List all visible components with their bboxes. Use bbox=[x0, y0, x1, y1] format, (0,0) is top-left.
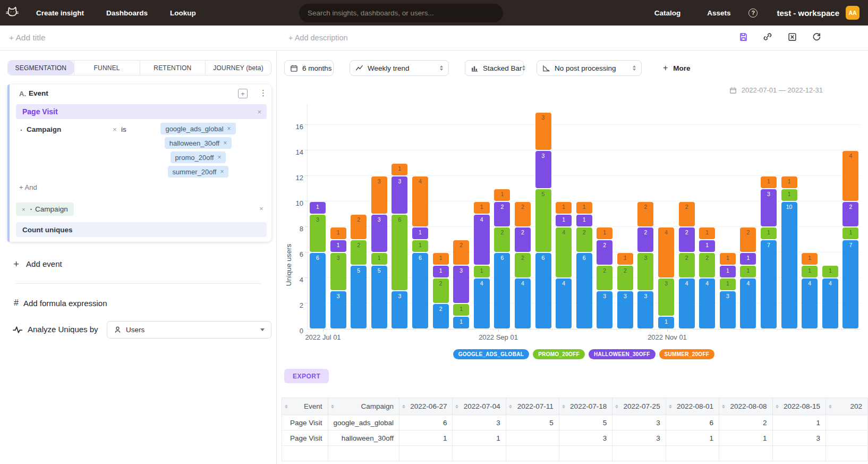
bar-segment[interactable]: 5 bbox=[535, 189, 551, 252]
bar-segment[interactable]: 2 bbox=[433, 304, 449, 328]
bar-segment[interactable]: 3 bbox=[330, 253, 346, 290]
bar-segment[interactable]: 3 bbox=[658, 279, 674, 316]
remove-breakdown-icon[interactable]: × bbox=[22, 206, 25, 213]
remove-filter-icon[interactable]: × bbox=[113, 125, 117, 133]
bar-segment[interactable]: 1 bbox=[617, 253, 633, 265]
bar-segment[interactable]: 4 bbox=[843, 151, 858, 201]
bar-segment[interactable]: 2 bbox=[637, 227, 653, 252]
bar-segment[interactable]: 1 bbox=[453, 304, 469, 316]
bar-segment[interactable]: 1 bbox=[330, 227, 346, 239]
bar-segment[interactable]: 4 bbox=[515, 279, 531, 328]
bar-segment[interactable]: 1 bbox=[761, 227, 777, 239]
bar-segment[interactable]: 1 bbox=[699, 227, 715, 239]
bar-segment[interactable]: 1 bbox=[330, 240, 346, 252]
bar-segment[interactable]: 1 bbox=[720, 266, 736, 277]
avatar[interactable]: AA bbox=[846, 6, 860, 20]
breakdown-chip[interactable]: × · Campaign bbox=[16, 203, 74, 216]
legend-pill-halloween-30off[interactable]: HALLOWEEN_30OFF bbox=[589, 349, 656, 359]
bar-segment[interactable]: 1 bbox=[371, 253, 387, 265]
bar-segment[interactable]: 2 bbox=[843, 202, 858, 226]
bar-segment[interactable]: 1 bbox=[699, 240, 715, 252]
workspace-name[interactable]: test - workspace bbox=[777, 9, 839, 18]
legend-pill-summer-20off[interactable]: SUMMER_20OFF bbox=[659, 349, 715, 359]
export-button[interactable]: EXPORT bbox=[284, 369, 329, 383]
column-header-2022-08-08[interactable]: 2022-08-08 bbox=[719, 398, 772, 415]
bar-segment[interactable]: 2 bbox=[699, 253, 715, 277]
column-header-2022-07-25[interactable]: 2022-07-25 bbox=[612, 398, 666, 415]
bar-segment[interactable]: 4 bbox=[556, 227, 572, 277]
clear-breakdown-icon[interactable]: × bbox=[259, 205, 263, 213]
add-event-button[interactable]: + Add event bbox=[13, 259, 62, 269]
bar-segment[interactable]: 3 bbox=[761, 189, 777, 226]
bar-segment[interactable]: 7 bbox=[843, 240, 858, 328]
bar-segment[interactable]: 1 bbox=[802, 266, 818, 277]
analyze-by-select[interactable]: Users bbox=[107, 321, 271, 339]
duplicate-segment-icon[interactable]: + bbox=[238, 89, 248, 98]
bar-segment[interactable]: 3 bbox=[392, 176, 407, 214]
bar-segment[interactable]: 1 bbox=[433, 253, 449, 265]
bar-segment[interactable]: 4 bbox=[474, 215, 490, 265]
nav-item-dashboards[interactable]: Dashboards bbox=[106, 9, 148, 17]
nav-item-lookup[interactable]: Lookup bbox=[170, 9, 196, 17]
bar-segment[interactable]: 3 bbox=[330, 291, 346, 328]
bar-segment[interactable]: 2 bbox=[597, 240, 612, 265]
post-processing-select[interactable]: No post processing bbox=[537, 60, 642, 76]
bar-segment[interactable]: 4 bbox=[474, 279, 490, 328]
bar-segment[interactable]: 1 bbox=[556, 215, 572, 226]
bar-segment[interactable]: 3 bbox=[371, 215, 387, 252]
event-selector[interactable]: Page Visit × bbox=[16, 104, 267, 119]
bar-segment[interactable]: 2 bbox=[433, 279, 449, 303]
bar-segment[interactable]: 1 bbox=[740, 266, 756, 277]
bar-segment[interactable]: 6 bbox=[535, 253, 551, 328]
chart-type-select[interactable]: Stacked Bar bbox=[465, 60, 524, 76]
segment-menu-icon[interactable]: ⋮ bbox=[259, 88, 267, 98]
bar-segment[interactable]: 4 bbox=[679, 279, 695, 328]
bar-segment[interactable]: 3 bbox=[392, 291, 407, 328]
bar-segment[interactable]: 10 bbox=[781, 202, 797, 328]
bar-segment[interactable]: 3 bbox=[535, 151, 551, 188]
nav-item-assets[interactable]: Assets bbox=[707, 9, 730, 17]
bar-segment[interactable]: 1 bbox=[453, 317, 469, 328]
copy-link-icon[interactable] bbox=[762, 31, 773, 43]
nav-item-catalog[interactable]: Catalog bbox=[654, 9, 681, 17]
bar-segment[interactable]: 1 bbox=[761, 176, 777, 188]
bar-segment[interactable]: 4 bbox=[822, 279, 838, 328]
bar-segment[interactable]: 4 bbox=[740, 279, 756, 328]
bar-segment[interactable]: 2 bbox=[515, 202, 531, 226]
bar-segment[interactable]: 1 bbox=[822, 266, 838, 277]
bar-segment[interactable]: 2 bbox=[453, 240, 469, 265]
remove-value-icon[interactable]: × bbox=[223, 139, 227, 147]
bar-segment[interactable]: 2 bbox=[740, 227, 756, 252]
bar-segment[interactable]: 1 bbox=[412, 240, 428, 252]
bar-segment[interactable]: 1 bbox=[494, 189, 510, 201]
bar-segment[interactable]: 1 bbox=[474, 266, 490, 277]
remove-value-icon[interactable]: × bbox=[220, 168, 224, 175]
add-description-field[interactable]: + Add description bbox=[288, 33, 348, 42]
legend-pill-promo-20off[interactable]: PROMO_20OFF bbox=[533, 349, 585, 359]
bar-segment[interactable]: 1 bbox=[392, 164, 407, 175]
bar-segment[interactable]: 4 bbox=[802, 279, 818, 328]
bar-segment[interactable]: 1 bbox=[740, 253, 756, 265]
bar-segment[interactable]: 2 bbox=[515, 227, 531, 252]
bar-segment[interactable]: 1 bbox=[802, 253, 818, 265]
trend-select[interactable]: Weekly trend bbox=[350, 60, 449, 76]
remove-event-icon[interactable]: × bbox=[257, 108, 261, 116]
filter-value-chip[interactable]: halloween_30off× bbox=[165, 137, 232, 149]
filter-value-chip[interactable]: summer_20off× bbox=[168, 166, 229, 178]
bar-segment[interactable]: 2 bbox=[494, 202, 510, 226]
bar-segment[interactable]: 1 bbox=[474, 202, 490, 214]
bar-segment[interactable]: 5 bbox=[371, 266, 387, 328]
bar-segment[interactable]: 1 bbox=[658, 317, 674, 328]
bar-segment[interactable]: 3 bbox=[720, 291, 736, 328]
bar-segment[interactable]: 2 bbox=[637, 202, 653, 226]
bar-segment[interactable]: 1 bbox=[576, 215, 592, 226]
tab-journey-beta[interactable]: JOURNEY (beta) bbox=[205, 61, 271, 75]
bar-segment[interactable]: 1 bbox=[433, 266, 449, 277]
filter-property[interactable]: Campaign bbox=[27, 125, 61, 133]
bar-segment[interactable]: 2 bbox=[679, 202, 695, 226]
bar-segment[interactable]: 1 bbox=[720, 253, 736, 265]
bar-segment[interactable]: 5 bbox=[351, 266, 367, 328]
bar-segment[interactable]: 2 bbox=[576, 227, 592, 252]
bar-segment[interactable]: 2 bbox=[351, 240, 367, 265]
bar-segment[interactable]: 2 bbox=[515, 253, 531, 277]
